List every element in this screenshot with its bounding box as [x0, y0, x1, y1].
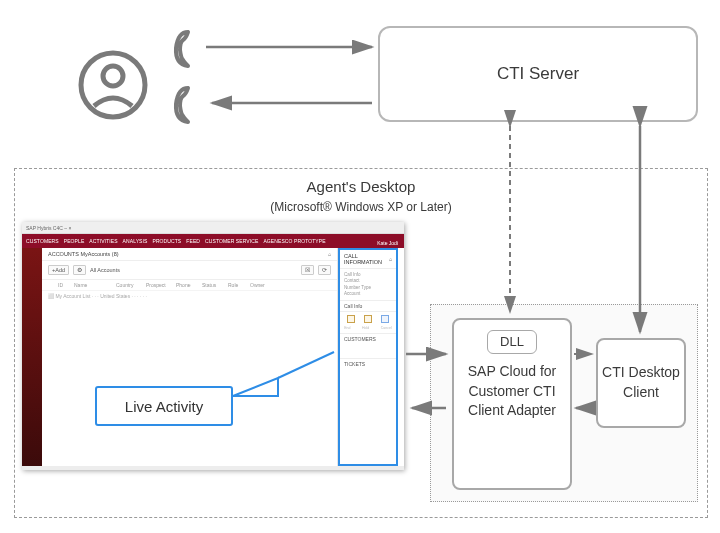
c4c-browser-screenshot: SAP Hybris C4C – × CUSTOMERS PEOPLE ACTI…: [22, 222, 404, 470]
ss-add-btn: +Add: [48, 265, 69, 275]
live-activity-callout: Live Activity: [95, 386, 233, 426]
svg-point-1: [103, 66, 123, 86]
ss-row: ⬜ My Account List · · · United States · …: [42, 290, 337, 301]
ss-profile: Kate Jodi: [377, 240, 398, 246]
ss-nav: CUSTOMERS PEOPLE ACTIVITIES ANALYSIS PRO…: [22, 234, 404, 248]
ss-config-btn: ⚙︎: [73, 265, 86, 275]
adapter-label: SAP Cloud for Customer CTI Client Adapte…: [462, 362, 562, 421]
ss-mini-icon: [347, 315, 355, 323]
agent-desktop-subtitle: (Microsoft® Windows XP or Later): [14, 200, 708, 214]
cti-server-box: CTI Server: [378, 26, 698, 122]
ss-taskbar: [22, 466, 404, 470]
ss-main-panel: ACCOUNTS MyAccounts (8) ⌕ +Add ⚙︎ All Ac…: [42, 248, 338, 466]
cti-client-label: CTI Desktop Client: [598, 363, 684, 402]
ss-right-panel: CALL INFORMATION ⌕ Call Info Contact Num…: [338, 248, 398, 466]
cti-server-label: CTI Server: [497, 64, 579, 84]
phone-incoming-icon: [168, 84, 196, 126]
ss-breadcrumb: ACCOUNTS MyAccounts (8): [48, 251, 119, 257]
ss-mark-btn: ☒: [301, 265, 314, 275]
ss-breadcrumb-search-icon: ⌕: [328, 251, 331, 257]
ss-select: All Accounts: [90, 267, 120, 273]
ss-right-header: CALL INFORMATION: [344, 253, 389, 265]
ss-refresh-btn: ⟳: [318, 265, 331, 275]
ss-mini-icon: [364, 315, 372, 323]
agent-desktop-title: Agent's Desktop: [14, 178, 708, 195]
cti-adapter-box: DLL SAP Cloud for Customer CTI Client Ad…: [452, 318, 572, 490]
agent-person-icon: [78, 50, 148, 120]
ss-left-strip: [22, 248, 42, 470]
ss-titlebar: SAP Hybris C4C – ×: [22, 222, 404, 234]
live-activity-label: Live Activity: [125, 398, 203, 415]
ss-mini-icon: [381, 315, 389, 323]
phone-outgoing-icon: [168, 28, 196, 70]
cti-client-box: CTI Desktop Client: [596, 338, 686, 428]
dll-label: DLL: [487, 330, 537, 354]
ss-right-search-icon: ⌕: [389, 256, 392, 262]
